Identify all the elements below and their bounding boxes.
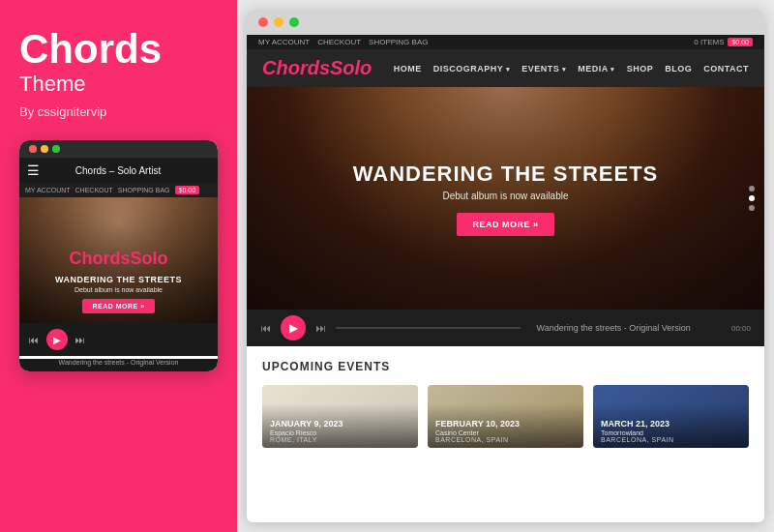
- event-info-3: MARCH 21, 2023 Tomorrowland BARCELONA, S…: [593, 414, 749, 448]
- topbar-my-account[interactable]: MY ACCOUNT: [258, 38, 310, 46]
- mobile-hero: ChordsSolo WANDERING THE STREETS Debut a…: [19, 197, 218, 323]
- browser-dot-yellow: [274, 17, 283, 27]
- site-navbar: ChordsSolo HOME DISCOGRAPHY EVENTS MEDIA…: [247, 49, 764, 87]
- nav-media[interactable]: MEDIA: [578, 64, 614, 74]
- topbar-links: MY ACCOUNT CHECKOUT SHOPPING BAG: [258, 38, 428, 46]
- mobile-dots: [29, 145, 60, 153]
- hero-content: WANDERING THE STREETS Debut album is now…: [353, 162, 659, 236]
- mobile-hero-title: WANDERING THE STREETS: [55, 275, 182, 284]
- browser-window: MY ACCOUNT CHECKOUT SHOPPING BAG 0 ITEMS…: [247, 10, 764, 522]
- mobile-play-button[interactable]: ▶: [46, 329, 68, 350]
- mobile-hero-subtitle: Debut album is now available: [55, 286, 182, 293]
- brand-subtitle: Theme: [19, 72, 85, 97]
- nav-shop[interactable]: SHOP: [627, 64, 654, 74]
- event-venue-2: Casino Center: [435, 429, 576, 436]
- hero-title: WANDERING THE STREETS: [353, 162, 659, 187]
- hero-subtitle: Debut album is now available: [353, 191, 659, 201]
- events-grid: JANUARY 9, 2023 Espacio Riesco ROME, ITA…: [262, 385, 749, 448]
- topbar-items: 0 ITEMS: [694, 38, 724, 46]
- site-nav-links: HOME DISCOGRAPHY EVENTS MEDIA SHOP BLOG …: [394, 64, 749, 74]
- events-title: UPCOMING EVENTS: [262, 360, 749, 373]
- brand-by: By cssignitervip: [19, 104, 106, 119]
- prev-button[interactable]: ⏮: [260, 322, 271, 334]
- hamburger-icon[interactable]: ☰: [27, 163, 40, 178]
- topbar-checkout[interactable]: CHECKOUT: [317, 38, 361, 46]
- mobile-player: ⏮ ▶ ⏭: [19, 323, 218, 356]
- event-date-1: JANUARY 9, 2023: [270, 419, 410, 429]
- brand-title: Chords: [19, 29, 162, 70]
- mobile-checkout[interactable]: CHECKOUT: [75, 187, 113, 193]
- website-content: MY ACCOUNT CHECKOUT SHOPPING BAG 0 ITEMS…: [247, 35, 764, 522]
- site-logo-text: Chords: [262, 57, 330, 78]
- event-venue-1: Espacio Riesco: [270, 429, 410, 436]
- mobile-chrome: [19, 140, 218, 158]
- topbar-cart: 0 ITEMS $0.00: [694, 38, 753, 46]
- right-panel: MY ACCOUNT CHECKOUT SHOPPING BAG 0 ITEMS…: [237, 0, 774, 532]
- site-player: ⏮ ▶ ⏭ Wandering the streets - Original V…: [247, 310, 764, 346]
- event-card-2[interactable]: FEBRUARY 10, 2023 Casino Center BARCELON…: [428, 385, 583, 448]
- hero-dot-3: [749, 205, 755, 211]
- event-card-3[interactable]: MARCH 21, 2023 Tomorrowland BARCELONA, S…: [593, 385, 749, 448]
- dot-green: [52, 145, 60, 153]
- mobile-mockup: ☰ Chords – Solo Artist MY ACCOUNT CHECKO…: [19, 140, 218, 371]
- play-button[interactable]: ▶: [281, 315, 306, 340]
- event-date-3: MARCH 21, 2023: [601, 419, 741, 429]
- nav-contact[interactable]: CONTACT: [703, 64, 749, 74]
- nav-home[interactable]: HOME: [394, 64, 422, 74]
- event-location-2: BARCELONA, SPAIN: [435, 436, 576, 443]
- browser-chrome: [247, 10, 764, 35]
- topbar-price: $0.00: [728, 38, 753, 46]
- event-location-3: BARCELONA, SPAIN: [601, 436, 741, 443]
- mobile-price: $0.00: [175, 186, 200, 194]
- event-location-1: ROME, ITALY: [270, 436, 410, 443]
- player-track-name: Wandering the streets - Original Version: [536, 323, 721, 333]
- nav-discography[interactable]: DISCOGRAPHY: [433, 64, 510, 74]
- mobile-prev-button[interactable]: ⏮: [27, 333, 41, 346]
- site-hero: WANDERING THE STREETS Debut album is now…: [247, 87, 764, 310]
- event-info-1: JANUARY 9, 2023 Espacio Riesco ROME, ITA…: [262, 414, 418, 448]
- dot-yellow: [41, 145, 48, 153]
- mobile-player-track: Wandering the streets - Original Version: [19, 359, 218, 371]
- mobile-logo: ChordsSolo: [55, 249, 182, 269]
- mobile-shopping-bag[interactable]: SHOPPING BAG: [118, 187, 170, 193]
- mobile-nav-title: Chords – Solo Artist: [75, 165, 161, 176]
- mobile-read-more-button[interactable]: READ MORE »: [82, 299, 154, 313]
- hero-cta-button[interactable]: READ MORE »: [457, 213, 553, 236]
- site-logo-accent: Solo: [330, 57, 372, 78]
- site-topbar: MY ACCOUNT CHECKOUT SHOPPING BAG 0 ITEMS…: [247, 35, 764, 49]
- mobile-hero-content: ChordsSolo WANDERING THE STREETS Debut a…: [55, 249, 182, 323]
- next-button[interactable]: ⏭: [315, 322, 326, 334]
- dot-red: [29, 145, 37, 153]
- mobile-next-button[interactable]: ⏭: [74, 333, 87, 346]
- hero-dot-1: [749, 186, 755, 192]
- event-venue-3: Tomorrowland: [601, 429, 741, 436]
- nav-blog[interactable]: BLOG: [665, 64, 692, 74]
- player-time: 00:00: [731, 324, 751, 333]
- nav-events[interactable]: EVENTS: [521, 64, 566, 74]
- site-events: UPCOMING EVENTS JANUARY 9, 2023 Espacio …: [247, 346, 764, 461]
- topbar-shopping-bag[interactable]: SHOPPING BAG: [369, 38, 428, 46]
- mobile-logo-text: Chords: [69, 249, 130, 268]
- browser-dot-green: [289, 17, 299, 27]
- mobile-my-account[interactable]: MY ACCOUNT: [25, 187, 71, 193]
- event-date-2: FEBRUARY 10, 2023: [435, 419, 576, 429]
- mobile-account-bar: MY ACCOUNT CHECKOUT SHOPPING BAG $0.00: [19, 183, 218, 197]
- hero-dots: [749, 186, 755, 211]
- left-panel: Chords Theme By cssignitervip ☰ Chords –…: [0, 0, 237, 532]
- event-card-1[interactable]: JANUARY 9, 2023 Espacio Riesco ROME, ITA…: [262, 385, 418, 448]
- browser-dot-red: [258, 17, 268, 27]
- player-progress-bar[interactable]: [336, 327, 521, 329]
- event-info-2: FEBRUARY 10, 2023 Casino Center BARCELON…: [428, 414, 583, 448]
- hero-dot-2: [749, 195, 755, 201]
- mobile-nav-bar: ☰ Chords – Solo Artist: [19, 158, 218, 183]
- mobile-logo-accent: Solo: [130, 249, 167, 268]
- site-logo: ChordsSolo: [262, 57, 372, 79]
